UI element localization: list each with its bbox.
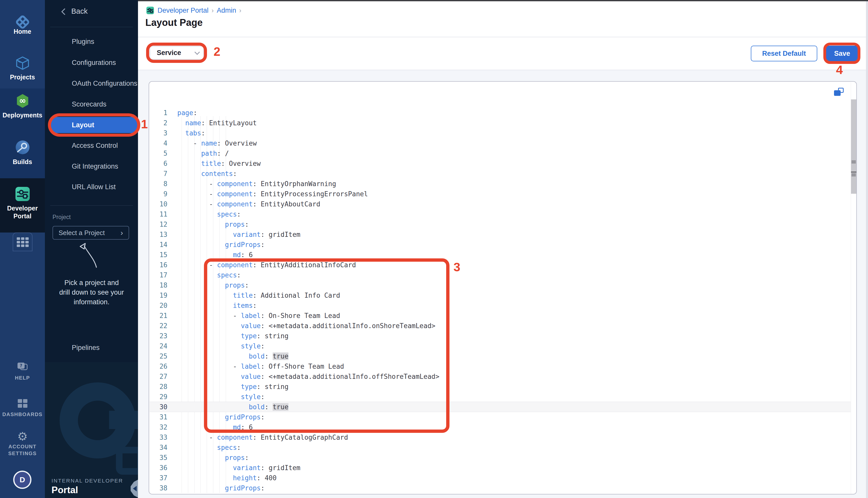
gear-icon[interactable]: ⚙ bbox=[0, 431, 45, 442]
code-line[interactable]: 34 specs: bbox=[149, 443, 849, 453]
nav-projects[interactable] bbox=[0, 55, 45, 72]
code-line[interactable]: 21 - label: On-Shore Team Lead bbox=[149, 311, 849, 321]
chevron-right-icon: › bbox=[120, 230, 123, 236]
code-line[interactable]: 23 type: string bbox=[149, 331, 849, 341]
code-line[interactable]: 5 path: / bbox=[149, 148, 849, 158]
code-line[interactable]: 32 md: 6 bbox=[149, 422, 849, 432]
nav-help[interactable]: ? bbox=[0, 362, 45, 372]
code-line[interactable]: 26 - label: Off-Shore Team Lead bbox=[149, 361, 849, 371]
code-line[interactable]: 36 variant: gridItem bbox=[149, 463, 849, 473]
code-line[interactable]: 14 gridProps: bbox=[149, 240, 849, 250]
code-line[interactable]: 24 style: bbox=[149, 341, 849, 351]
code-line[interactable]: 27 value: <+metadata.additionalInfo.offS… bbox=[149, 371, 849, 382]
line-number: 7 bbox=[154, 169, 167, 179]
sidebar-item-pipelines[interactable]: Pipelines bbox=[72, 343, 100, 353]
line-number: 2 bbox=[154, 118, 167, 128]
code-line[interactable]: 22 value: <+metadata.additionalInfo.onSh… bbox=[149, 321, 849, 331]
code-line[interactable]: 9 - component: EntityProcessingErrorsPan… bbox=[149, 189, 849, 199]
code-text: - component: EntityAboutCard bbox=[177, 199, 320, 209]
line-number: 38 bbox=[154, 483, 167, 493]
code-text: title: Overview bbox=[177, 158, 261, 169]
deployments-icon: ∞ bbox=[15, 93, 30, 109]
project-select-value: Select a Project bbox=[59, 229, 105, 237]
breadcrumb-admin[interactable]: Admin bbox=[217, 6, 236, 14]
user-avatar[interactable]: D bbox=[13, 471, 31, 489]
code-line[interactable]: 8 - component: EntityOrphanWarning bbox=[149, 179, 849, 189]
nav-deployments[interactable]: ∞ bbox=[0, 93, 45, 110]
code-text: specs: bbox=[177, 270, 241, 280]
code-line[interactable]: 6 title: Overview bbox=[149, 158, 849, 169]
code-line[interactable]: 1page: bbox=[149, 108, 849, 118]
code-line[interactable]: 25 bold: true bbox=[149, 351, 849, 361]
save-button[interactable]: Save bbox=[826, 45, 858, 61]
line-number: 32 bbox=[154, 422, 167, 432]
sketch-arrow-icon bbox=[77, 239, 102, 268]
code-text: props: bbox=[177, 453, 249, 463]
code-line[interactable]: 12 props: bbox=[149, 219, 849, 230]
code-line[interactable]: 10 - component: EntityAboutCard bbox=[149, 199, 849, 209]
line-number: 22 bbox=[154, 321, 167, 331]
sidebar-item-oauth-configurations[interactable]: OAuth Configurations bbox=[72, 78, 137, 89]
line-number: 24 bbox=[154, 341, 167, 351]
code-line[interactable]: 35 props: bbox=[149, 453, 849, 463]
sidebar-item-url-allow-list[interactable]: URL Allow List bbox=[72, 182, 116, 192]
back-label[interactable]: Back bbox=[71, 7, 88, 15]
code-text: gridProps: bbox=[177, 483, 264, 493]
entity-type-dropdown[interactable]: Service bbox=[150, 46, 204, 60]
sidebar-item-plugins[interactable]: Plugins bbox=[72, 37, 94, 47]
yaml-editor[interactable]: 1page:2 name: EntityLayout3 tabs:4 - nam… bbox=[148, 81, 857, 495]
code-line[interactable]: 31 gridProps: bbox=[149, 412, 849, 422]
sidebar-item-git-integrations[interactable]: Git Integrations bbox=[72, 161, 118, 171]
line-number: 13 bbox=[154, 230, 167, 240]
code-line[interactable]: 19 title: Additional Info Card bbox=[149, 290, 849, 300]
page-scrollbar[interactable] bbox=[866, 1, 868, 498]
code-line[interactable]: 17 specs: bbox=[149, 270, 849, 280]
scrollbar-marker-2 bbox=[852, 173, 856, 176]
code-line[interactable]: 16 - component: EntityAdditionalInfoCard bbox=[149, 260, 849, 270]
project-select-button[interactable]: Select a Project › bbox=[52, 226, 129, 240]
nav-dashboards-label: DASHBOARDS bbox=[0, 411, 45, 418]
sidebar-item-access-control[interactable]: Access Control bbox=[72, 141, 118, 150]
code-line[interactable]: 3 tabs: bbox=[149, 128, 849, 138]
line-number: 37 bbox=[154, 473, 167, 483]
line-number: 1 bbox=[154, 108, 167, 118]
breadcrumb-developer-portal[interactable]: Developer Portal bbox=[157, 6, 208, 14]
code-line[interactable]: 38 gridProps: bbox=[149, 483, 849, 493]
page-header bbox=[138, 1, 868, 37]
copy-button[interactable] bbox=[834, 88, 845, 99]
code-line[interactable]: 11 specs: bbox=[149, 209, 849, 219]
reset-default-button[interactable]: Reset Default bbox=[751, 45, 817, 61]
nav-builds[interactable] bbox=[0, 140, 45, 156]
code-line[interactable]: 15 md: 6 bbox=[149, 250, 849, 260]
code-line[interactable]: 30 bold: true bbox=[149, 402, 849, 412]
code-line[interactable]: 2 name: EntityLayout bbox=[149, 118, 849, 128]
line-number: 34 bbox=[154, 443, 167, 453]
line-number: 36 bbox=[154, 463, 167, 473]
code-line[interactable]: 29 style: bbox=[149, 392, 849, 402]
line-number: 27 bbox=[154, 371, 167, 382]
code-line[interactable]: 37 height: 400 bbox=[149, 473, 849, 483]
code-line[interactable]: 7 contents: bbox=[149, 169, 849, 179]
code-line[interactable]: 18 props: bbox=[149, 280, 849, 290]
code-line[interactable]: 28 type: string bbox=[149, 382, 849, 392]
back-button[interactable] bbox=[61, 8, 66, 15]
pipeline-illustration-bar bbox=[109, 411, 138, 429]
code-text: md: 6 bbox=[177, 250, 252, 260]
code-line[interactable]: 20 items: bbox=[149, 300, 849, 311]
editor-scrollbar-thumb[interactable] bbox=[851, 100, 856, 194]
code-text: variant: gridItem bbox=[177, 230, 300, 240]
chevron-down-icon bbox=[195, 50, 200, 55]
code-text: specs: bbox=[177, 443, 241, 453]
nav-home-label: Home bbox=[0, 28, 45, 35]
nav-developer-portal[interactable] bbox=[0, 186, 45, 202]
page-title: Layout Page bbox=[145, 17, 203, 28]
code-line[interactable]: 33 - component: EntityCatalogGraphCard bbox=[149, 432, 849, 443]
sidebar-item-scorecards[interactable]: Scorecards bbox=[72, 99, 106, 109]
sidebar-divider-2 bbox=[50, 205, 133, 206]
sidebar-item-layout[interactable]: Layout bbox=[72, 120, 94, 130]
sidebar-item-configurations[interactable]: Configurations bbox=[72, 57, 116, 68]
developer-portal-icon bbox=[14, 186, 31, 202]
code-line[interactable]: 4 - name: Overview bbox=[149, 138, 849, 148]
code-line[interactable]: 13 variant: gridItem bbox=[149, 230, 849, 240]
dashboards-icon[interactable] bbox=[18, 399, 28, 408]
